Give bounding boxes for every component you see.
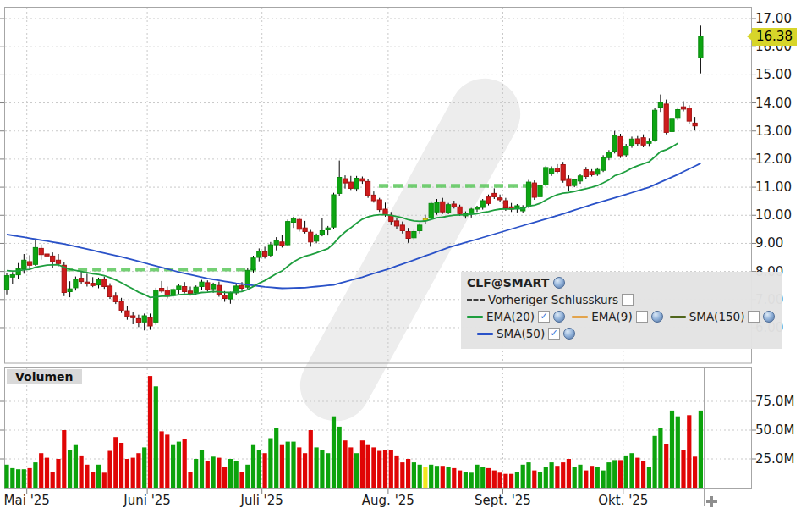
volume-bars[interactable] (4, 376, 703, 488)
legend-item: SMA(50)✓ (477, 327, 575, 340)
line-sample-icon (670, 316, 686, 318)
panel-borders (5, 8, 752, 507)
checkbox-checked[interactable]: ✓ (538, 311, 550, 323)
legend-item: EMA(20)✓ (467, 310, 565, 323)
legend-symbol-row: CLF@SMART (467, 276, 775, 290)
legend-row: SMA(50)✓ (477, 327, 775, 340)
legend-item: EMA(9) (572, 310, 663, 323)
line-sample-icon (572, 316, 588, 318)
checkbox-unchecked[interactable] (636, 311, 648, 323)
indicator-label: SMA(50) (497, 327, 545, 340)
globe-icon[interactable] (763, 311, 775, 323)
last-price-tag: 16.38 (752, 28, 797, 46)
indicator-legend: CLF@SMART Vorheriger SchlusskursEMA(20)✓… (461, 272, 782, 349)
checkbox-unchecked[interactable] (622, 294, 634, 306)
trading-chart-window: 17.0016.0015.0014.0013.0012.0011.0010.00… (0, 0, 812, 508)
legend-row: EMA(20)✓EMA(9)SMA(150) (467, 310, 775, 323)
candlestick-volume-chart[interactable] (0, 0, 812, 508)
globe-icon[interactable] (563, 328, 575, 340)
volume-panel-title: Volumen (7, 369, 82, 384)
dashed-line-sample-icon (467, 299, 485, 301)
indicator-label: EMA(20) (486, 310, 535, 323)
last-price-value: 16.38 (756, 29, 793, 44)
line-sample-icon (477, 333, 493, 335)
legend-row: Vorheriger Schlusskurs (467, 293, 775, 306)
axis-ticks (0, 19, 756, 494)
checkbox-unchecked[interactable] (748, 311, 760, 323)
line-sample-icon (467, 316, 483, 318)
indicator-label: EMA(9) (591, 310, 633, 323)
gridlines (5, 8, 751, 488)
price-tag-arrow-icon (747, 32, 752, 41)
indicator-label: SMA(150) (689, 310, 745, 323)
indicator-label: Vorheriger Schlusskurs (488, 293, 618, 306)
scroll-marker-icon[interactable] (706, 496, 717, 507)
legend-item: Vorheriger Schlusskurs (467, 293, 634, 306)
globe-icon[interactable] (553, 277, 565, 289)
globe-icon[interactable] (553, 311, 565, 323)
symbol-title: CLF@SMART (467, 276, 549, 290)
legend-item: SMA(150) (670, 310, 776, 323)
checkbox-checked[interactable]: ✓ (548, 328, 560, 340)
globe-icon[interactable] (651, 311, 663, 323)
